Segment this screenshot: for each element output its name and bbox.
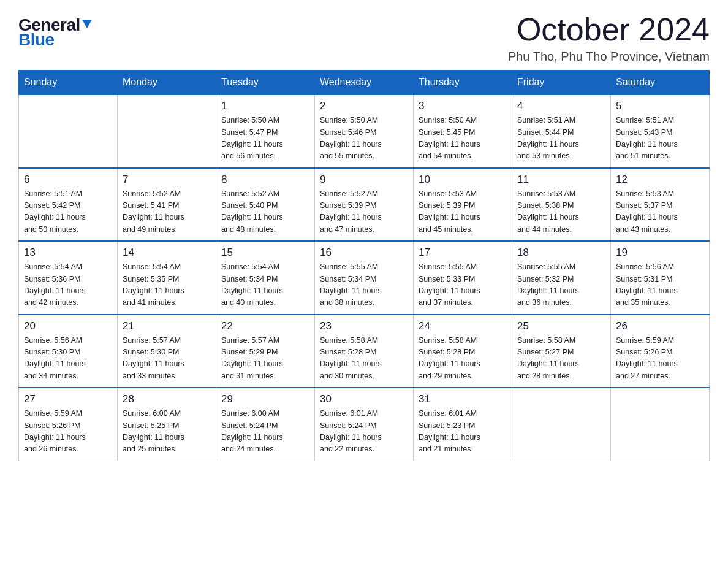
calendar-cell	[512, 388, 611, 461]
calendar-cell: 18Sunrise: 5:55 AM Sunset: 5:32 PM Dayli…	[512, 241, 611, 315]
month-title: October 2024	[508, 12, 710, 47]
day-info: Sunrise: 5:51 AM Sunset: 5:43 PM Dayligh…	[616, 115, 704, 163]
calendar-cell: 26Sunrise: 5:59 AM Sunset: 5:26 PM Dayli…	[611, 315, 710, 388]
logo: General Blue	[18, 12, 92, 50]
day-info: Sunrise: 5:57 AM Sunset: 5:30 PM Dayligh…	[123, 335, 211, 383]
page-header: General Blue October 2024 Phu Tho, Phu T…	[18, 12, 710, 64]
calendar-cell: 4Sunrise: 5:51 AM Sunset: 5:44 PM Daylig…	[512, 94, 611, 168]
calendar-header-friday: Friday	[512, 71, 611, 95]
calendar-cell: 8Sunrise: 5:52 AM Sunset: 5:40 PM Daylig…	[216, 168, 315, 242]
calendar-cell	[19, 94, 118, 168]
day-number: 15	[221, 247, 309, 259]
day-info: Sunrise: 5:50 AM Sunset: 5:45 PM Dayligh…	[419, 115, 507, 163]
calendar-cell: 6Sunrise: 5:51 AM Sunset: 5:42 PM Daylig…	[19, 168, 118, 242]
day-info: Sunrise: 5:56 AM Sunset: 5:31 PM Dayligh…	[616, 261, 704, 309]
calendar-cell	[611, 388, 710, 461]
day-number: 10	[419, 174, 507, 186]
day-number: 11	[517, 174, 605, 186]
calendar-cell: 30Sunrise: 6:01 AM Sunset: 5:24 PM Dayli…	[315, 388, 414, 461]
calendar-cell: 28Sunrise: 6:00 AM Sunset: 5:25 PM Dayli…	[118, 388, 216, 461]
day-info: Sunrise: 5:58 AM Sunset: 5:28 PM Dayligh…	[419, 335, 507, 383]
day-info: Sunrise: 5:53 AM Sunset: 5:39 PM Dayligh…	[419, 188, 507, 236]
day-info: Sunrise: 5:58 AM Sunset: 5:27 PM Dayligh…	[517, 335, 605, 383]
day-info: Sunrise: 6:01 AM Sunset: 5:23 PM Dayligh…	[419, 408, 507, 456]
day-number: 18	[517, 247, 605, 259]
day-number: 12	[616, 174, 704, 186]
calendar-cell: 11Sunrise: 5:53 AM Sunset: 5:38 PM Dayli…	[512, 168, 611, 242]
day-info: Sunrise: 5:58 AM Sunset: 5:28 PM Dayligh…	[320, 335, 408, 383]
day-info: Sunrise: 6:01 AM Sunset: 5:24 PM Dayligh…	[320, 408, 408, 456]
day-number: 24	[419, 320, 507, 332]
day-number: 20	[24, 320, 112, 332]
calendar-header-thursday: Thursday	[414, 71, 512, 95]
day-info: Sunrise: 5:53 AM Sunset: 5:37 PM Dayligh…	[616, 188, 704, 236]
calendar-cell: 13Sunrise: 5:54 AM Sunset: 5:36 PM Dayli…	[19, 241, 118, 315]
calendar-cell: 17Sunrise: 5:55 AM Sunset: 5:33 PM Dayli…	[414, 241, 512, 315]
day-info: Sunrise: 5:50 AM Sunset: 5:46 PM Dayligh…	[320, 115, 408, 163]
calendar-cell	[118, 94, 216, 168]
calendar-week-row: 6Sunrise: 5:51 AM Sunset: 5:42 PM Daylig…	[19, 168, 710, 242]
day-number: 23	[320, 320, 408, 332]
day-info: Sunrise: 5:54 AM Sunset: 5:34 PM Dayligh…	[221, 261, 309, 309]
calendar-cell: 2Sunrise: 5:50 AM Sunset: 5:46 PM Daylig…	[315, 94, 414, 168]
calendar-header-tuesday: Tuesday	[216, 71, 315, 95]
day-number: 2	[320, 100, 408, 112]
calendar-cell: 25Sunrise: 5:58 AM Sunset: 5:27 PM Dayli…	[512, 315, 611, 388]
day-number: 9	[320, 174, 408, 186]
calendar-cell: 19Sunrise: 5:56 AM Sunset: 5:31 PM Dayli…	[611, 241, 710, 315]
calendar-header-row: SundayMondayTuesdayWednesdayThursdayFrid…	[19, 71, 710, 95]
day-info: Sunrise: 5:57 AM Sunset: 5:29 PM Dayligh…	[221, 335, 309, 383]
day-info: Sunrise: 5:54 AM Sunset: 5:36 PM Dayligh…	[24, 261, 112, 309]
day-number: 7	[123, 174, 211, 186]
day-number: 4	[517, 100, 605, 112]
calendar-cell: 9Sunrise: 5:52 AM Sunset: 5:39 PM Daylig…	[315, 168, 414, 242]
day-info: Sunrise: 5:59 AM Sunset: 5:26 PM Dayligh…	[24, 408, 112, 456]
calendar-cell: 24Sunrise: 5:58 AM Sunset: 5:28 PM Dayli…	[414, 315, 512, 388]
calendar-header-monday: Monday	[118, 71, 216, 95]
day-info: Sunrise: 5:50 AM Sunset: 5:47 PM Dayligh…	[221, 115, 309, 163]
calendar-cell: 15Sunrise: 5:54 AM Sunset: 5:34 PM Dayli…	[216, 241, 315, 315]
day-number: 21	[123, 320, 211, 332]
calendar-cell: 1Sunrise: 5:50 AM Sunset: 5:47 PM Daylig…	[216, 94, 315, 168]
day-number: 25	[517, 320, 605, 332]
title-block: October 2024 Phu Tho, Phu Tho Province, …	[508, 12, 710, 64]
calendar-week-row: 20Sunrise: 5:56 AM Sunset: 5:30 PM Dayli…	[19, 315, 710, 388]
day-number: 22	[221, 320, 309, 332]
day-number: 16	[320, 247, 408, 259]
calendar-cell: 5Sunrise: 5:51 AM Sunset: 5:43 PM Daylig…	[611, 94, 710, 168]
day-number: 8	[221, 174, 309, 186]
day-info: Sunrise: 5:52 AM Sunset: 5:39 PM Dayligh…	[320, 188, 408, 236]
calendar-cell: 12Sunrise: 5:53 AM Sunset: 5:37 PM Dayli…	[611, 168, 710, 242]
day-info: Sunrise: 6:00 AM Sunset: 5:24 PM Dayligh…	[221, 408, 309, 456]
calendar-cell: 20Sunrise: 5:56 AM Sunset: 5:30 PM Dayli…	[19, 315, 118, 388]
calendar-week-row: 1Sunrise: 5:50 AM Sunset: 5:47 PM Daylig…	[19, 94, 710, 168]
day-number: 19	[616, 247, 704, 259]
calendar-cell: 31Sunrise: 6:01 AM Sunset: 5:23 PM Dayli…	[414, 388, 512, 461]
calendar-cell: 16Sunrise: 5:55 AM Sunset: 5:34 PM Dayli…	[315, 241, 414, 315]
day-info: Sunrise: 6:00 AM Sunset: 5:25 PM Dayligh…	[123, 408, 211, 456]
day-number: 29	[221, 393, 309, 405]
location: Phu Tho, Phu Tho Province, Vietnam	[508, 50, 710, 64]
day-number: 6	[24, 174, 112, 186]
day-info: Sunrise: 5:55 AM Sunset: 5:32 PM Dayligh…	[517, 261, 605, 309]
calendar-cell: 7Sunrise: 5:52 AM Sunset: 5:41 PM Daylig…	[118, 168, 216, 242]
day-info: Sunrise: 5:53 AM Sunset: 5:38 PM Dayligh…	[517, 188, 605, 236]
calendar-cell: 22Sunrise: 5:57 AM Sunset: 5:29 PM Dayli…	[216, 315, 315, 388]
calendar-cell: 14Sunrise: 5:54 AM Sunset: 5:35 PM Dayli…	[118, 241, 216, 315]
day-number: 14	[123, 247, 211, 259]
day-number: 26	[616, 320, 704, 332]
logo-triangle-icon	[82, 20, 92, 28]
logo-blue-text: Blue	[18, 30, 55, 50]
day-number: 3	[419, 100, 507, 112]
day-info: Sunrise: 5:54 AM Sunset: 5:35 PM Dayligh…	[123, 261, 211, 309]
day-number: 1	[221, 100, 309, 112]
day-info: Sunrise: 5:52 AM Sunset: 5:40 PM Dayligh…	[221, 188, 309, 236]
day-info: Sunrise: 5:51 AM Sunset: 5:44 PM Dayligh…	[517, 115, 605, 163]
day-info: Sunrise: 5:55 AM Sunset: 5:34 PM Dayligh…	[320, 261, 408, 309]
calendar-cell: 27Sunrise: 5:59 AM Sunset: 5:26 PM Dayli…	[19, 388, 118, 461]
day-info: Sunrise: 5:56 AM Sunset: 5:30 PM Dayligh…	[24, 335, 112, 383]
day-info: Sunrise: 5:55 AM Sunset: 5:33 PM Dayligh…	[419, 261, 507, 309]
calendar-table: SundayMondayTuesdayWednesdayThursdayFrid…	[18, 70, 710, 461]
calendar-cell: 29Sunrise: 6:00 AM Sunset: 5:24 PM Dayli…	[216, 388, 315, 461]
calendar-week-row: 13Sunrise: 5:54 AM Sunset: 5:36 PM Dayli…	[19, 241, 710, 315]
